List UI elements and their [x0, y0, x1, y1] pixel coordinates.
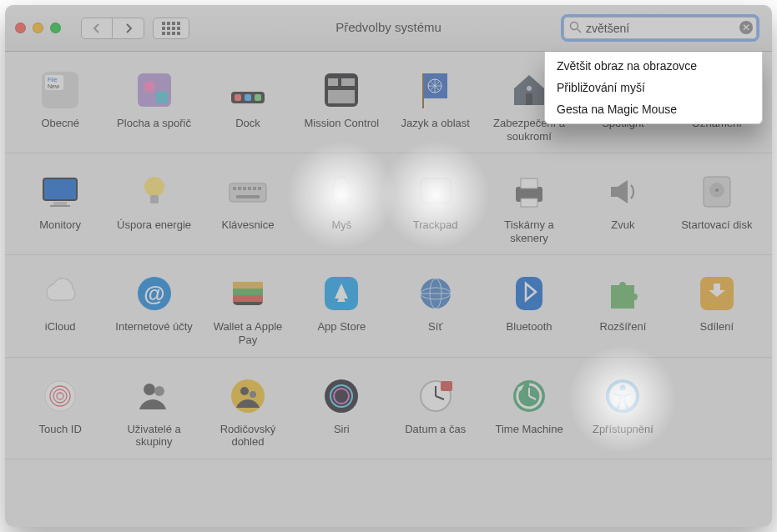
pref-touchid[interactable]: Touch ID — [13, 374, 107, 449]
clear-search-button[interactable]: ✕ — [739, 21, 753, 34]
pref-bluetooth[interactable]: Bluetooth — [482, 272, 576, 346]
pref-parental[interactable]: Rodičovský dohled — [201, 374, 295, 449]
pref-keyboard[interactable]: Klávesnice — [201, 170, 295, 244]
pref-desktop[interactable]: Plocha a spořič — [107, 68, 200, 143]
desktop-icon — [133, 68, 176, 112]
search-suggestion[interactable]: Přibližování myší — [545, 77, 762, 98]
pref-label: Uživatelé a skupiny — [113, 423, 196, 449]
system-preferences-window: Předvolby systému ✕ ObecnéPlocha a spoři… — [5, 5, 772, 527]
chevron-right-icon — [124, 23, 133, 33]
search-field-wrap: ✕ — [563, 17, 757, 39]
extensions-icon — [601, 272, 644, 315]
sharing-icon — [695, 272, 739, 315]
pref-dock[interactable]: Dock — [201, 68, 295, 143]
pref-label: Obecné — [41, 117, 79, 130]
pref-label: Zpřístupnění — [593, 423, 653, 436]
pref-label: Mission Control — [305, 117, 380, 130]
pref-label: Rozšíření — [600, 320, 647, 334]
grid-icon — [162, 22, 180, 35]
search-suggestions-dropdown: Zvětšit obraz na obrazovcePřibližování m… — [544, 52, 763, 124]
search-suggestion[interactable]: Zvětšit obraz na obrazovce — [545, 55, 762, 77]
zoom-window-button[interactable] — [50, 23, 61, 33]
keyboard-icon — [226, 170, 270, 213]
timemachine-icon — [507, 374, 551, 418]
minimize-window-button[interactable] — [33, 23, 43, 33]
pref-label: Síť — [428, 320, 442, 334]
pref-label: Wallet a Apple Pay — [206, 320, 290, 346]
pref-timemachine[interactable]: Time Machine — [482, 374, 576, 449]
pref-label: iCloud — [45, 320, 76, 334]
pref-network[interactable]: Síť — [389, 272, 482, 346]
pref-label: Klávesnice — [222, 218, 275, 232]
network-icon — [414, 272, 457, 315]
pref-mouse[interactable]: Myš — [295, 170, 388, 244]
pref-wallet[interactable]: Wallet a Apple Pay — [201, 272, 295, 346]
pref-label: Sdílení — [700, 320, 734, 334]
pref-accessibility[interactable]: Zpřístupnění — [576, 374, 669, 449]
pref-label: Dock — [235, 117, 260, 130]
general-icon — [38, 68, 82, 112]
pref-language[interactable]: Jazyk a oblast — [389, 68, 482, 143]
pref-sharing[interactable]: Sdílení — [670, 272, 764, 346]
titlebar: Předvolby systému ✕ — [5, 5, 772, 52]
siri-icon — [320, 374, 363, 418]
search-suggestion[interactable]: Gesta na Magic Mouse — [545, 98, 762, 120]
pref-label: Bluetooth — [507, 320, 552, 334]
pref-datetime[interactable]: Datum a čas — [389, 374, 482, 449]
pref-extensions[interactable]: Rozšíření — [576, 272, 669, 346]
pref-label: App Store — [317, 320, 366, 334]
users-icon — [133, 374, 176, 418]
icloud-icon — [38, 272, 82, 315]
chevron-left-icon — [93, 23, 101, 33]
pref-row: MonitoryÚspora energieKlávesniceMyšTrack… — [5, 153, 772, 255]
pref-displays[interactable]: Monitory — [13, 170, 107, 244]
svg-point-0 — [571, 23, 578, 30]
pref-general[interactable]: Obecné — [13, 68, 107, 143]
appstore-icon — [320, 272, 363, 315]
nav-buttons — [81, 18, 144, 39]
pref-trackpad[interactable]: Trackpad — [389, 170, 482, 244]
printers-icon — [507, 170, 551, 213]
startup-icon — [695, 170, 739, 213]
forward-button[interactable] — [113, 18, 144, 39]
pref-users[interactable]: Uživatelé a skupiny — [107, 374, 200, 449]
pref-label: Startovací disk — [681, 218, 752, 232]
pref-printers[interactable]: Tiskárny a skenery — [482, 170, 576, 244]
pref-mission[interactable]: Mission Control — [295, 68, 388, 143]
mission-icon — [320, 68, 363, 112]
pref-label: Zvuk — [611, 218, 634, 232]
pref-row: Touch IDUživatelé a skupinyRodičovský do… — [5, 358, 772, 459]
pref-label: Jazyk a oblast — [401, 117, 470, 130]
pref-siri[interactable]: Siri — [295, 374, 388, 449]
pref-label: Myš — [331, 218, 351, 232]
pref-sound[interactable]: Zvuk — [576, 170, 669, 244]
accounts-icon — [133, 272, 176, 315]
pref-label: Touch ID — [39, 423, 82, 436]
pref-row: iCloudInternetové účtyWallet a Apple Pay… — [5, 255, 772, 357]
dock-icon — [226, 68, 270, 112]
back-button[interactable] — [81, 18, 113, 39]
pref-accounts[interactable]: Internetové účty — [107, 272, 200, 346]
pref-label: Datum a čas — [405, 423, 466, 436]
accessibility-icon — [601, 374, 644, 418]
pref-label: Time Machine — [495, 423, 563, 436]
pref-label: Monitory — [39, 218, 81, 232]
sound-icon — [601, 170, 644, 213]
pref-icloud[interactable]: iCloud — [13, 272, 107, 346]
pref-label: Tiskárny a skenery — [487, 218, 571, 244]
close-window-button[interactable] — [15, 23, 26, 33]
show-all-button[interactable] — [153, 18, 189, 39]
energy-icon — [133, 170, 176, 213]
bluetooth-icon — [507, 272, 551, 315]
pref-appstore[interactable]: App Store — [295, 272, 388, 346]
pref-label: Trackpad — [413, 218, 458, 232]
pref-energy[interactable]: Úspora energie — [107, 170, 200, 244]
search-input[interactable] — [563, 17, 757, 39]
datetime-icon — [414, 374, 457, 418]
wallet-icon — [226, 272, 270, 315]
trackpad-icon — [414, 170, 457, 213]
pref-startup[interactable]: Startovací disk — [670, 170, 764, 244]
window-controls — [15, 23, 61, 33]
search-icon — [569, 21, 582, 33]
pref-label: Rodičovský dohled — [206, 423, 290, 449]
